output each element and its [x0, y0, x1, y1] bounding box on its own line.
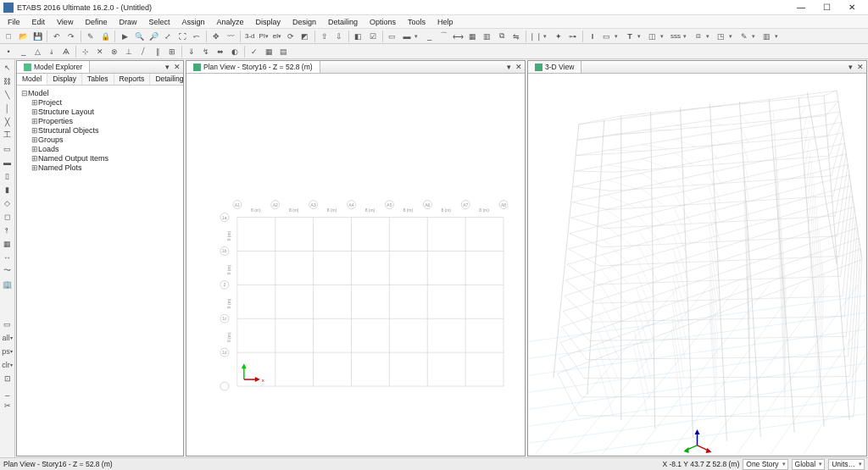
draw-opening-icon[interactable]: ◻	[1, 210, 14, 223]
col-icon[interactable]: ◫	[646, 30, 659, 43]
zoom-in-icon[interactable]: 🔍	[132, 30, 146, 43]
show-load-icon[interactable]: ⇓	[185, 45, 198, 58]
zoom-out-icon[interactable]: 🔎	[147, 30, 160, 43]
menu-edit[interactable]: Edit	[26, 18, 52, 26]
3d-viewport[interactable]	[528, 74, 866, 456]
tab-detailing[interactable]: Detailing	[150, 74, 189, 85]
pen-icon[interactable]: ✎	[737, 30, 751, 43]
planview-dropdown-icon[interactable]: ▾	[504, 63, 513, 71]
sel-clr-icon[interactable]: clr▾	[1, 358, 14, 371]
run-icon[interactable]: ▶	[118, 30, 131, 43]
pointer-icon[interactable]: ↖	[1, 61, 14, 74]
draw-dim-icon[interactable]: ↔	[1, 251, 14, 263]
zoom-window-icon[interactable]: ⤢	[161, 30, 175, 43]
menu-draw[interactable]: Draw	[113, 18, 142, 26]
edit-icon[interactable]: ✎	[84, 30, 97, 43]
tab-reports[interactable]: Reports	[114, 74, 151, 85]
maximize-button[interactable]: ☐	[814, 1, 839, 14]
3d-tab[interactable]: 3-D View	[528, 61, 581, 73]
show-force-icon[interactable]: ⬌	[214, 45, 227, 58]
beam-icon[interactable]: ⧈	[692, 30, 705, 43]
lock-icon[interactable]: 🔒	[98, 30, 112, 43]
menu-options[interactable]: Options	[364, 18, 402, 26]
tab-model[interactable]: Model	[17, 74, 47, 85]
dim-icon[interactable]: ⟷	[452, 30, 465, 43]
undo-icon[interactable]: ↶	[50, 30, 64, 43]
area-icon[interactable]: △	[31, 45, 44, 58]
snap-par-icon[interactable]: ∥	[151, 45, 164, 58]
tree-item[interactable]: ⊞Named Plots	[20, 163, 180, 172]
snap-perp-icon[interactable]: ⊥	[122, 45, 136, 58]
move-up-icon[interactable]: ⇧	[318, 30, 331, 43]
tree-root[interactable]: ⊟Model	[20, 88, 180, 97]
explorer-close-icon[interactable]: ✕	[173, 63, 181, 71]
draw-area-icon[interactable]: ◇	[1, 196, 14, 209]
arc-icon[interactable]: ⌒	[437, 30, 451, 43]
tab-display[interactable]: Display	[47, 74, 82, 85]
tree-item[interactable]: ⊞Groups	[20, 135, 180, 144]
snap-int-icon[interactable]: ⊗	[108, 45, 121, 58]
draw-wall-icon[interactable]: ▯	[1, 169, 14, 182]
object-shrink-icon[interactable]: ◧	[352, 30, 365, 43]
view-3d-button[interactable]: 3-d	[243, 32, 257, 40]
zoom-prev-icon[interactable]: ⤺	[190, 30, 203, 43]
status-units-select[interactable]: Units…	[828, 459, 865, 470]
menu-define[interactable]: Define	[79, 18, 113, 26]
section-icon[interactable]: ❘❘	[529, 30, 542, 43]
planview-close-icon[interactable]: ✕	[515, 63, 523, 71]
pan-icon[interactable]: ✥	[209, 30, 223, 43]
menu-tools[interactable]: Tools	[402, 18, 431, 26]
joint-icon[interactable]: ✦	[552, 30, 565, 43]
move-down-icon[interactable]: ⇩	[332, 30, 346, 43]
wall-icon[interactable]: ◳	[715, 30, 728, 43]
tree-item[interactable]: ⊞Project	[20, 97, 180, 107]
menu-help[interactable]: Help	[431, 18, 459, 26]
menu-view[interactable]: View	[51, 18, 79, 26]
member-icon[interactable]: ⎯	[16, 45, 30, 58]
tree-item[interactable]: ⊞Properties	[20, 116, 180, 125]
snap-grid-icon[interactable]: ⊞	[165, 45, 179, 58]
line-icon[interactable]: ⎯	[423, 30, 437, 43]
tee-icon[interactable]: T	[623, 30, 637, 43]
new-icon[interactable]: □	[2, 30, 15, 43]
menu-analyze[interactable]: Analyze	[210, 18, 249, 26]
sel-line-icon[interactable]: ⎯	[1, 385, 14, 398]
sel-all-icon[interactable]: all▾	[1, 331, 14, 344]
redo-icon[interactable]: ↷	[64, 30, 78, 43]
draw-beam-icon[interactable]: ╲	[1, 88, 14, 101]
link-icon[interactable]: ⫰	[45, 45, 58, 58]
rect-icon[interactable]: ▭	[386, 30, 399, 43]
tree-item[interactable]: ⊞Named Output Items	[20, 153, 180, 163]
sel-cut-icon[interactable]: ✂	[1, 399, 14, 412]
draw-floor2-icon[interactable]: ▬	[1, 156, 14, 169]
minimize-button[interactable]: —	[788, 1, 814, 14]
3d-dropdown-icon[interactable]: ▾	[846, 63, 854, 71]
view-plan-button[interactable]: Pl▾	[258, 32, 270, 40]
select-icon[interactable]: ▭	[1, 318, 14, 330]
plan-viewport[interactable]: A1A2A3A4A5A6A7A8 8 (m)8 (m)8 (m)8 (m)8 (…	[186, 74, 525, 456]
status-story-select[interactable]: One Story	[743, 459, 787, 470]
node-icon[interactable]: •	[2, 45, 15, 58]
sel-int-icon[interactable]: ⊡	[1, 372, 14, 384]
grid-icon[interactable]: ▦	[466, 30, 480, 43]
snap-mid-icon[interactable]: ✕	[93, 45, 107, 58]
menu-assign[interactable]: Assign	[175, 18, 210, 26]
set-display-icon[interactable]: ☑	[366, 30, 380, 43]
draw-tendon-icon[interactable]: 〜	[1, 264, 14, 277]
menu-select[interactable]: Select	[142, 18, 175, 26]
draw-sec-icon[interactable]: 工	[1, 129, 14, 141]
planview-tab[interactable]: Plan View - Story16 - Z = 52.8 (m)	[186, 61, 320, 73]
model-tree[interactable]: ⊟Model ⊞Project ⊞Structure Layout ⊞Prope…	[17, 86, 183, 456]
draw-brace-icon[interactable]: ╳	[1, 115, 14, 128]
draw-grid-icon[interactable]: ▦	[1, 237, 14, 250]
tower-icon[interactable]: Ѧ	[59, 45, 73, 58]
grid2-icon[interactable]: ▥	[481, 30, 494, 43]
draw-building-icon[interactable]: 🏢	[1, 278, 14, 290]
snap-end-icon[interactable]: ⊹	[79, 45, 92, 58]
tree-item[interactable]: ⊞Structure Layout	[20, 107, 180, 116]
rubber-icon[interactable]: 〰	[224, 30, 237, 43]
save-icon[interactable]: 💾	[31, 30, 44, 43]
snap-line-icon[interactable]: ⧸	[136, 45, 150, 58]
close-button[interactable]: ✕	[839, 1, 865, 14]
open-icon[interactable]: 📂	[16, 30, 30, 43]
